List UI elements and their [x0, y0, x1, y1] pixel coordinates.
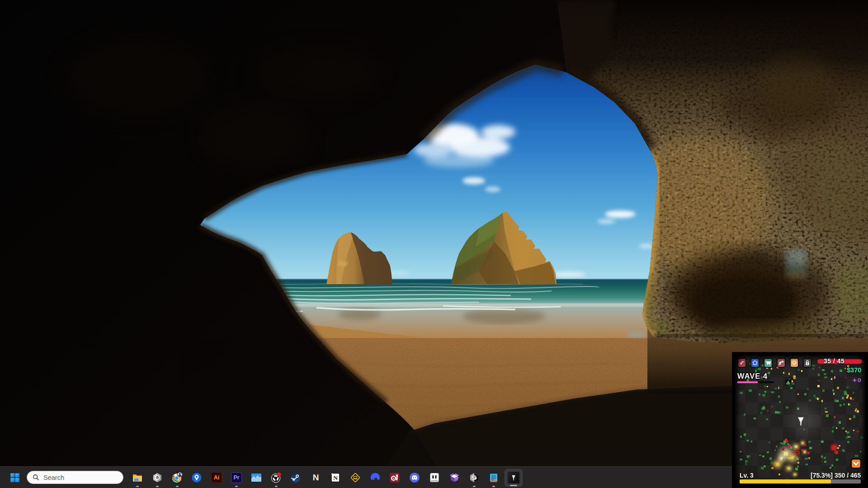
svg-text:N: N [333, 474, 338, 481]
